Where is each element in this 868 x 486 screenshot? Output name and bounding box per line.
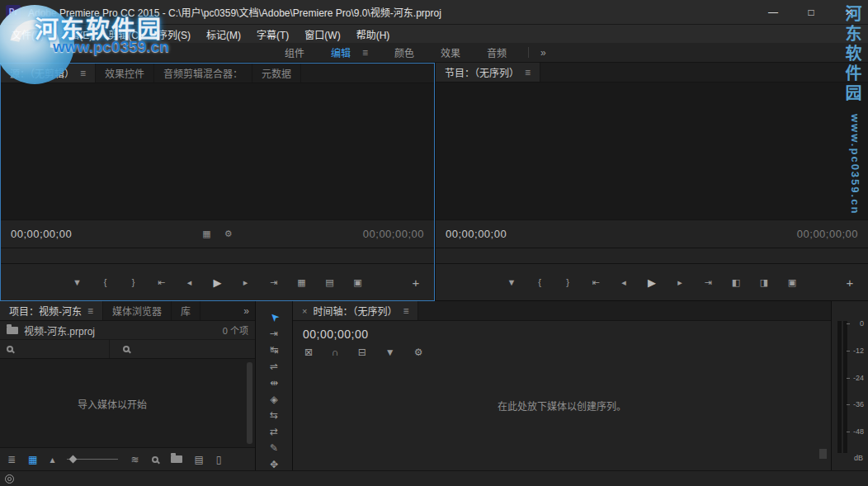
insert-button[interactable]: ▦: [294, 277, 310, 288]
tab-media-browser[interactable]: 媒体浏览器: [103, 301, 172, 320]
mark-out-button[interactable]: }: [125, 277, 142, 287]
mark-in-button[interactable]: {: [531, 277, 548, 287]
go-to-in-button[interactable]: ⇤: [587, 277, 604, 288]
tab-metadata[interactable]: 元数据: [252, 64, 301, 83]
new-bin-button[interactable]: [171, 455, 182, 463]
close-button[interactable]: ✕: [830, 0, 868, 24]
program-timecode[interactable]: 00;00;00;00: [446, 228, 507, 240]
button-editor-button[interactable]: +: [408, 276, 424, 290]
timeline-toolbar: ⊠ ∩ ⊟ ▼ ⚙: [293, 341, 831, 358]
source-scrub-bar[interactable]: [1, 248, 434, 264]
find-button[interactable]: [123, 346, 130, 352]
tab-libraries[interactable]: 库: [172, 301, 200, 320]
close-tab-icon[interactable]: ×: [302, 306, 307, 316]
nest-sequence-button[interactable]: ⊠: [304, 347, 313, 358]
panel-menu-icon[interactable]: ≡: [80, 68, 86, 79]
step-back-button[interactable]: ◂: [182, 277, 198, 288]
rolling-edit-tool[interactable]: ⇌: [264, 361, 284, 373]
menu-item-markers[interactable]: 标记(M): [206, 27, 241, 41]
maximize-button[interactable]: □: [792, 0, 830, 24]
icon-view-button[interactable]: ▦: [28, 454, 37, 465]
tab-effect-controls[interactable]: 效果控件: [96, 64, 154, 83]
program-scrub-bar[interactable]: [436, 248, 868, 264]
monitor-settings-icon[interactable]: ⚙: [224, 229, 233, 239]
menu-item-window[interactable]: 窗口(W): [304, 27, 340, 41]
minimize-button[interactable]: —: [754, 0, 792, 24]
rate-stretch-tool[interactable]: ⇹: [264, 376, 284, 389]
tab-timeline[interactable]: × 时间轴：（无序列） ≡: [293, 301, 418, 320]
step-forward-button[interactable]: ▸: [672, 277, 688, 288]
project-tab-overflow-icon[interactable]: »: [243, 301, 255, 320]
snap-button[interactable]: ∩: [332, 347, 339, 358]
list-view-button[interactable]: ≣: [7, 454, 16, 465]
menu-item-sequence[interactable]: 序列(S): [158, 27, 191, 41]
extract-button[interactable]: ◨: [756, 277, 772, 288]
go-to-out-button[interactable]: ⇥: [700, 277, 716, 288]
export-frame-button[interactable]: ▣: [784, 277, 800, 288]
slide-tool[interactable]: ⇄: [264, 426, 284, 438]
menu-item-edit[interactable]: 编辑(E): [59, 27, 92, 41]
tab-audio-clip-mixer[interactable]: 音频剪辑混合器：: [154, 64, 252, 83]
project-root-item[interactable]: 视频-河东.prproj 0 个项: [0, 321, 255, 339]
add-marker-button[interactable]: ▼: [69, 277, 86, 287]
play-button[interactable]: ▶: [644, 276, 660, 289]
automate-to-sequence-button[interactable]: ≋: [130, 454, 139, 465]
workspace-overflow-icon[interactable]: »: [540, 47, 545, 59]
zoom-slider[interactable]: [67, 459, 118, 460]
project-list-area[interactable]: 导入媒体以开始: [0, 359, 255, 447]
ripple-edit-tool[interactable]: ↹: [264, 344, 284, 356]
slider-handle[interactable]: [69, 455, 78, 463]
play-button[interactable]: ▶: [210, 276, 226, 289]
linked-selection-button[interactable]: ⊟: [358, 347, 366, 358]
find-button[interactable]: [152, 456, 158, 463]
track-select-forward-tool[interactable]: ⇥: [264, 328, 284, 340]
search-input[interactable]: [18, 344, 102, 354]
panel-menu-icon[interactable]: ≡: [525, 67, 531, 78]
export-frame-button[interactable]: ▣: [350, 277, 366, 288]
workspace-tab-color[interactable]: 颜色: [394, 45, 414, 59]
workspace-tab-audio[interactable]: 音频: [487, 45, 507, 59]
timeline-settings-button[interactable]: ⚙: [414, 347, 423, 358]
timeline-scrollbar-thumb[interactable]: [819, 449, 827, 459]
mark-in-button[interactable]: {: [97, 277, 114, 287]
menu-item-help[interactable]: 帮助(H): [356, 27, 390, 41]
button-editor-button[interactable]: +: [842, 276, 858, 290]
step-forward-button[interactable]: ▸: [238, 277, 254, 288]
menu-item-file[interactable]: 文件(F): [12, 27, 44, 41]
zoom-level-icon[interactable]: ▦: [202, 229, 210, 239]
sort-icon[interactable]: ▴: [50, 454, 54, 465]
new-item-button[interactable]: ▤: [195, 454, 204, 465]
search-box[interactable]: [0, 340, 110, 358]
workspace-tab-assembly[interactable]: 组件: [285, 45, 304, 59]
razor-tool[interactable]: ◈: [264, 393, 284, 405]
panel-menu-icon[interactable]: ≡: [403, 305, 408, 317]
add-marker-button[interactable]: ▼: [503, 277, 520, 287]
workspace-tab-effects[interactable]: 效果: [441, 45, 460, 59]
source-timecode[interactable]: 00;00;00;00: [11, 228, 72, 240]
slip-tool[interactable]: ⇆: [264, 409, 284, 422]
timeline-track-area[interactable]: 在此处放下媒体以创建序列。: [293, 358, 831, 470]
overwrite-button[interactable]: ▤: [322, 277, 338, 288]
status-indicator-icon[interactable]: [5, 474, 14, 484]
tab-source[interactable]: 源：（无剪辑） ≡: [1, 64, 96, 83]
monitors-row: 源：（无剪辑） ≡ 效果控件 音频剪辑混合器： 元数据 00;00;00;00 …: [0, 63, 868, 301]
menu-item-titles[interactable]: 字幕(T): [257, 27, 289, 41]
tab-program[interactable]: 节目：（无序列） ≡: [436, 63, 540, 82]
workspace-menu-icon[interactable]: ≡: [362, 47, 368, 59]
scrollbar[interactable]: [247, 362, 252, 444]
panel-menu-icon[interactable]: ≡: [87, 305, 93, 317]
pen-tool[interactable]: ✎: [264, 441, 284, 454]
mark-out-button[interactable]: }: [559, 277, 576, 287]
hand-tool[interactable]: ✥: [264, 458, 284, 470]
tab-project[interactable]: 项目：视频-河东 ≡: [0, 301, 103, 320]
lift-button[interactable]: ◧: [728, 277, 744, 288]
timeline-timecode[interactable]: 00;00;00;00: [293, 321, 831, 341]
step-back-button[interactable]: ◂: [616, 277, 632, 288]
go-to-in-button[interactable]: ⇤: [153, 277, 170, 288]
go-to-out-button[interactable]: ⇥: [266, 277, 282, 288]
clear-button[interactable]: ▯: [216, 454, 222, 465]
selection-tool[interactable]: ➤: [264, 311, 284, 323]
menu-item-clip[interactable]: 剪辑(C): [108, 27, 142, 41]
workspace-tab-editing[interactable]: 编辑: [331, 45, 351, 59]
add-marker-button[interactable]: ▼: [385, 347, 395, 358]
